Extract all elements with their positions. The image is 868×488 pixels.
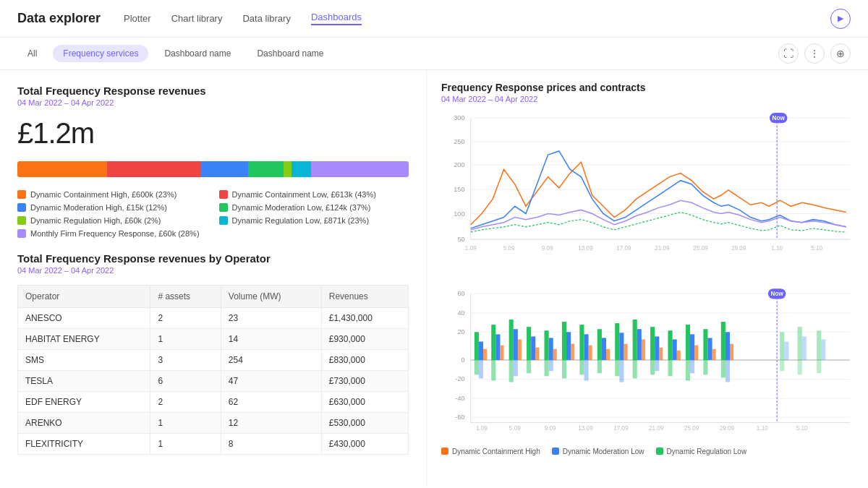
svg-rect-112 [707, 338, 712, 360]
svg-rect-111 [703, 329, 707, 360]
svg-rect-88 [615, 323, 619, 360]
fullscreen-button[interactable]: ⛶ [778, 43, 799, 64]
revenue-date: 04 Mar 2022 – 04 Apr 2022 [17, 98, 409, 107]
svg-rect-73 [545, 360, 549, 376]
svg-text:29.09: 29.09 [731, 245, 746, 252]
right-panel: Frequency Response prices and contracts … [427, 70, 868, 487]
svg-text:250: 250 [454, 138, 464, 145]
svg-rect-123 [798, 327, 802, 360]
svg-rect-67 [531, 336, 535, 360]
svg-rect-114 [703, 360, 707, 374]
legend-item-2: Dynamic Containment Low, £613k (43%) [219, 190, 409, 199]
svg-rect-64 [509, 360, 514, 382]
svg-text:20: 20 [457, 328, 464, 335]
nav-plotter[interactable]: Plotter [124, 13, 151, 24]
play-button[interactable]: ▶ [830, 9, 851, 29]
bar-seg-4 [248, 161, 284, 177]
app-title: Data explorer [17, 11, 101, 26]
legend-item-3: Dynamic Moderation High, £15k (12%) [17, 203, 208, 212]
nav-data-library[interactable]: Data library [242, 13, 290, 24]
svg-rect-83 [584, 360, 588, 380]
add-button[interactable]: ⊕ [830, 43, 851, 64]
table-row: ANESCO223£1,430,000 [18, 308, 409, 329]
table-cell: 2 [150, 308, 221, 329]
svg-text:0: 0 [461, 356, 464, 364]
legend-dot-4 [219, 203, 228, 212]
table-cell: 23 [221, 308, 321, 329]
table-cell: 2 [150, 392, 221, 413]
svg-rect-110 [690, 360, 694, 373]
table-row: TESLA647£730,000 [18, 371, 409, 392]
svg-text:40: 40 [457, 309, 464, 317]
svg-rect-55 [475, 360, 479, 374]
svg-text:50: 50 [457, 236, 464, 243]
main-nav: Plotter Chart library Data library Dashb… [124, 12, 830, 25]
table-cell: £430,000 [321, 434, 408, 455]
svg-text:25.09: 25.09 [684, 424, 699, 431]
svg-text:Now: Now [771, 291, 784, 297]
table-row: ARENKO112£530,000 [18, 413, 409, 434]
svg-text:17.09: 17.09 [613, 424, 629, 431]
svg-rect-63 [518, 339, 522, 359]
legend-label-3: Dynamic Moderation High, £15k (12%) [30, 203, 167, 212]
table-cell: FLEXITRICITY [18, 434, 150, 455]
svg-rect-62 [514, 329, 518, 360]
svg-rect-77 [571, 343, 574, 359]
svg-rect-57 [491, 325, 495, 360]
legend-label-6: Dynamic Regulation Low, £871k (23%) [232, 216, 370, 225]
legend-label-4: Dynamic Moderation Low, £124k (37%) [232, 203, 371, 212]
legend-dot-7 [17, 229, 26, 238]
svg-rect-89 [619, 333, 624, 360]
tab-frequency-services[interactable]: Frequency services [53, 45, 148, 62]
svg-rect-126 [817, 330, 821, 360]
bar-seg-5 [284, 161, 292, 177]
svg-text:Now: Now [773, 115, 786, 121]
svg-text:1.09: 1.09 [476, 424, 488, 431]
svg-rect-91 [615, 360, 619, 376]
svg-rect-117 [730, 343, 733, 359]
tab-all[interactable]: All [17, 45, 47, 62]
bar-seg-7 [311, 161, 409, 177]
table-cell: £530,000 [321, 413, 408, 434]
svg-rect-119 [726, 360, 730, 382]
svg-rect-127 [821, 339, 825, 359]
svg-text:1.10: 1.10 [757, 424, 768, 431]
table-cell: ANESCO [18, 308, 150, 329]
svg-rect-115 [721, 322, 726, 360]
bar-seg-6 [292, 161, 311, 177]
bar-legend-label-2: Dynamic Moderation Low [563, 448, 644, 455]
more-options-button[interactable]: ⋮ [804, 43, 825, 64]
svg-rect-97 [650, 327, 655, 360]
legend-item-1: Dynamic Containment High, £600k (23%) [17, 190, 208, 199]
svg-rect-87 [597, 360, 602, 373]
bar-legend-dot-2 [552, 448, 559, 455]
legend-label-2: Dynamic Containment Low, £613k (43%) [232, 190, 376, 199]
tab-dashboard-2[interactable]: Dashboard name [247, 45, 333, 62]
nav-dashboards[interactable]: Dashboards [311, 12, 362, 25]
table-cell: 8 [221, 434, 321, 455]
svg-text:21.09: 21.09 [649, 424, 664, 431]
nav-chart-library[interactable]: Chart library [171, 13, 223, 24]
svg-rect-84 [597, 329, 602, 360]
table-cell: SMS [18, 350, 150, 371]
svg-rect-68 [535, 347, 539, 359]
svg-rect-121 [784, 341, 788, 359]
legend-dot-3 [17, 203, 26, 212]
svg-text:5.09: 5.09 [509, 424, 521, 431]
svg-rect-96 [633, 360, 637, 378]
table-cell: 1 [150, 413, 221, 434]
table-cell: £930,000 [321, 329, 408, 350]
svg-rect-102 [668, 330, 672, 360]
svg-rect-103 [673, 339, 677, 359]
table-row: EDF ENERGY262£630,000 [18, 392, 409, 413]
svg-rect-122 [780, 360, 784, 371]
svg-text:-40: -40 [455, 395, 464, 402]
legend-label-7: Monthly Firm Frequency Response, £60k (2… [30, 229, 200, 238]
table-cell: 62 [221, 392, 321, 413]
bar-legend-2: Dynamic Moderation Low [552, 448, 644, 455]
tab-dashboard-1[interactable]: Dashboard name [154, 45, 241, 62]
table-row: SMS3254£830,000 [18, 350, 409, 371]
table-cell: ARENKO [18, 413, 150, 434]
svg-rect-52 [475, 332, 479, 360]
table-row: FLEXITRICITY18£430,000 [18, 434, 409, 455]
